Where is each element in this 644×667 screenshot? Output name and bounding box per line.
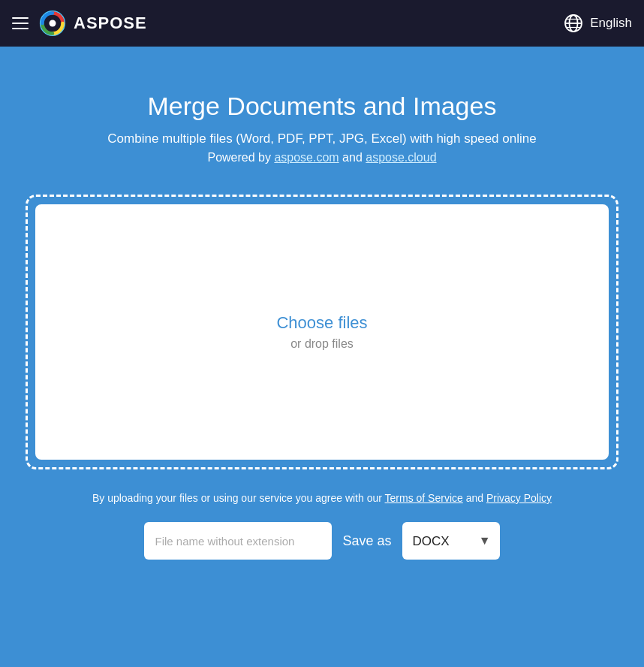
powered-by: Powered by aspose.com and aspose.cloud [207, 151, 436, 164]
terms-of-service-link[interactable]: Terms of Service [385, 492, 463, 504]
globe-icon [563, 13, 584, 34]
drop-zone[interactable]: Choose files or drop files [35, 204, 609, 460]
format-select-wrapper: DOCX PDF PPTX XLSX JPG PNG ▼ [402, 522, 500, 560]
aspose-cloud-link[interactable]: aspose.cloud [366, 151, 436, 164]
file-row: Save as DOCX PDF PPTX XLSX JPG PNG ▼ [144, 522, 499, 560]
agreement-text: By uploading your files or using our ser… [92, 492, 552, 504]
main-content: Merge Documents and Images Combine multi… [0, 47, 644, 582]
privacy-policy-link[interactable]: Privacy Policy [486, 492, 552, 504]
filename-input[interactable] [144, 522, 332, 560]
page-subtitle: Combine multiple files (Word, PDF, PPT, … [107, 131, 536, 146]
drop-zone-wrapper: Choose files or drop files [26, 195, 618, 469]
aspose-com-link[interactable]: aspose.com [274, 151, 339, 164]
save-as-label: Save as [342, 533, 391, 549]
drop-files-text: or drop files [290, 337, 354, 351]
page-title: Merge Documents and Images [148, 92, 497, 121]
choose-files-text: Choose files [276, 313, 367, 333]
navbar-left: ASPOSE [12, 10, 147, 37]
agreement-prefix: By uploading your files or using our ser… [92, 492, 385, 504]
logo-area: ASPOSE [39, 10, 147, 37]
logo-text: ASPOSE [74, 14, 147, 33]
format-select[interactable]: DOCX PDF PPTX XLSX JPG PNG [402, 522, 500, 560]
agreement-and: and [466, 492, 486, 504]
language-switcher[interactable]: English [563, 13, 632, 34]
powered-by-and: and [342, 151, 366, 164]
powered-by-prefix: Powered by [207, 151, 274, 164]
language-label: English [590, 16, 632, 31]
navbar: ASPOSE English [0, 0, 644, 47]
svg-point-1 [50, 20, 56, 27]
hamburger-menu-button[interactable] [12, 17, 29, 29]
aspose-logo-icon [39, 10, 66, 37]
